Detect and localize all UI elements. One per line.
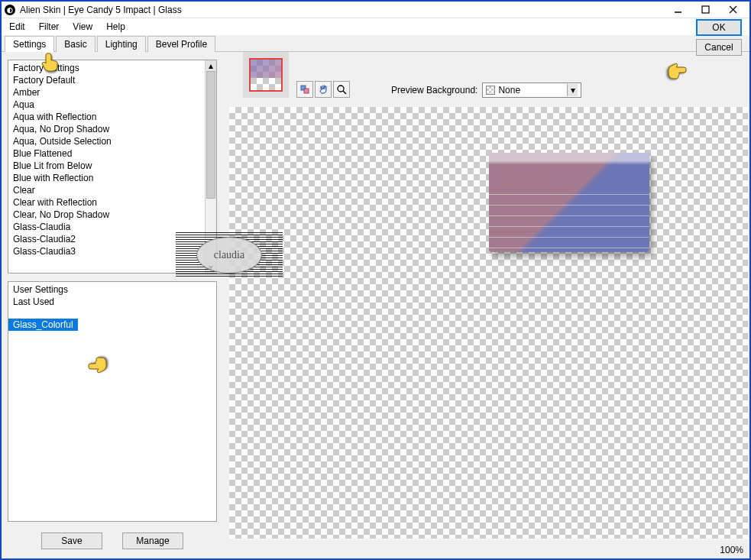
svg-rect-5 <box>304 89 309 93</box>
zoom-level: 100% <box>720 545 743 555</box>
tab-basic[interactable]: Basic <box>56 36 95 52</box>
manage-button[interactable]: Manage <box>122 532 183 549</box>
maximize-button[interactable] <box>691 2 719 18</box>
user-settings-list[interactable]: User Settings Last Used Glass_Colorful <box>8 281 217 522</box>
menu-edit[interactable]: Edit <box>5 20 30 34</box>
svg-line-7 <box>343 91 346 94</box>
menu-help[interactable]: Help <box>102 20 130 34</box>
selection-tool-icon[interactable] <box>296 81 313 98</box>
list-item[interactable]: Clear, No Drop Shadow <box>8 209 216 221</box>
title-bar: ◐ Alien Skin | Eye Candy 5 Impact | Glas… <box>2 2 749 18</box>
scroll-up-icon[interactable]: ▴ <box>206 60 216 71</box>
scroll-thumb[interactable] <box>206 71 215 199</box>
menu-view[interactable]: View <box>68 20 97 34</box>
transparency-icon <box>486 86 495 95</box>
list-item-last-used[interactable]: Last Used <box>8 296 216 308</box>
list-item[interactable]: Glass-Claudia <box>8 221 216 233</box>
close-button[interactable] <box>719 2 746 18</box>
list-item[interactable]: Aqua, Outside Selection <box>8 135 216 147</box>
list-item[interactable]: Blue with Reflection <box>8 172 216 184</box>
rendered-effect-preview <box>489 153 649 252</box>
factory-header: Factory Settings <box>8 62 216 74</box>
preview-canvas[interactable] <box>229 107 748 539</box>
user-header: User Settings <box>8 283 216 296</box>
svg-rect-1 <box>702 6 709 13</box>
preview-bg-value: None <box>498 85 520 95</box>
menu-filter[interactable]: Filter <box>34 20 64 34</box>
preview-bg-label: Preview Background: <box>391 85 477 95</box>
list-item[interactable]: Clear with Reflection <box>8 196 216 209</box>
watermark: claudia <box>176 232 283 278</box>
tab-bevel-profile[interactable]: Bevel Profile <box>147 36 215 52</box>
svg-point-6 <box>338 86 344 92</box>
list-item[interactable]: Clear <box>8 184 216 196</box>
tab-strip: Settings Basic Lighting Bevel Profile OK… <box>2 35 749 52</box>
list-item[interactable]: Blue Lit from Below <box>8 160 216 172</box>
zoom-tool-icon[interactable] <box>333 81 350 98</box>
minimize-button[interactable] <box>664 2 691 18</box>
list-item-selected[interactable]: Glass_Colorful <box>8 319 78 331</box>
list-item[interactable]: Aqua <box>8 99 216 111</box>
hand-tool-icon[interactable] <box>315 81 332 98</box>
save-button[interactable]: Save <box>41 532 102 549</box>
preview-bg-dropdown[interactable]: None ▾ <box>482 83 581 98</box>
window-title: Alien Skin | Eye Candy 5 Impact | Glass <box>20 5 664 15</box>
list-item[interactable]: Blue Flattened <box>8 147 216 160</box>
list-item[interactable]: Aqua, No Drop Shadow <box>8 123 216 135</box>
list-item[interactable]: Aqua with Reflection <box>8 111 216 123</box>
tab-settings[interactable]: Settings <box>5 36 54 52</box>
chevron-down-icon: ▾ <box>567 84 578 96</box>
menu-bar: Edit Filter View Help <box>2 18 749 35</box>
ok-button[interactable]: OK <box>696 19 742 36</box>
list-item[interactable]: Factory Default <box>8 74 216 86</box>
list-item[interactable]: Amber <box>8 86 216 99</box>
app-icon: ◐ <box>5 5 15 15</box>
navigator-thumbnail[interactable] <box>243 52 289 98</box>
tab-lighting[interactable]: Lighting <box>97 36 146 52</box>
